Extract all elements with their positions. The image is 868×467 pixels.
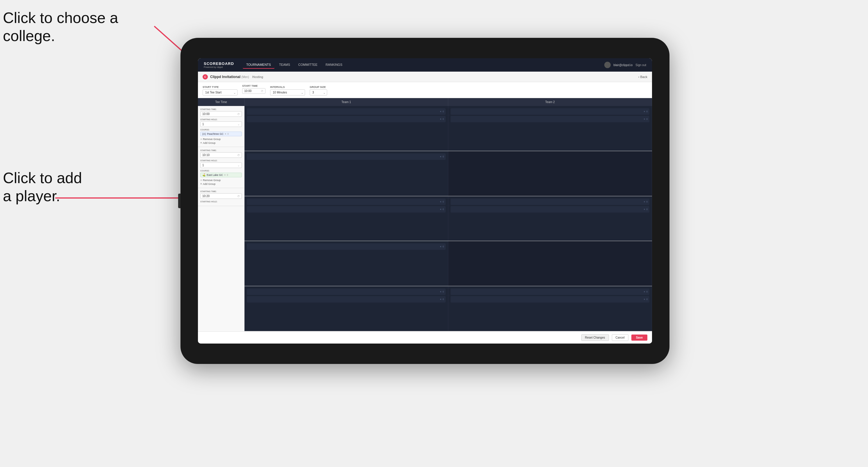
- start-type-select[interactable]: 1st Tee Start: [203, 89, 238, 95]
- edit-player-t1r3p2[interactable]: ◊: [443, 298, 444, 301]
- player-slot-t1r2p2[interactable]: × ◊: [247, 206, 446, 213]
- starting-time-input-2[interactable]: 10:10 ⏱: [200, 152, 242, 158]
- tee-row-group-1: STARTING TIME: 10:00 ⏱ STARTING HOLE: 1 …: [198, 106, 244, 147]
- starting-hole-label-3: STARTING HOLE:: [200, 200, 242, 203]
- edit-player-t2r2p1[interactable]: ◊: [647, 200, 648, 203]
- player-slot-t1r1p1[interactable]: × ◊: [247, 108, 446, 115]
- team1-cell-3: × ◊ × ◊: [245, 286, 448, 331]
- edit-player-t1r1bp1[interactable]: ◊: [443, 155, 444, 158]
- edit-player-t1r2p2[interactable]: ◊: [443, 208, 444, 211]
- remove-player-t1r3p1[interactable]: ×: [440, 290, 441, 293]
- edit-player-t1r1p2[interactable]: ◊: [443, 118, 444, 121]
- player-slot-t2r1p2[interactable]: × ◊: [451, 116, 649, 122]
- player-slot-t1r2p1[interactable]: × ◊: [247, 198, 446, 205]
- annotation-text-1: Click to choose acollege.: [3, 9, 118, 44]
- edit-player-t1r3p1[interactable]: ◊: [443, 290, 444, 293]
- edit-player-t2r3p1[interactable]: ◊: [647, 290, 648, 293]
- teams-row-1: × ◊ × ◊ × ◊: [245, 106, 652, 151]
- course-tag-2[interactable]: ⛳ East Lake GC × ◊: [200, 173, 242, 177]
- reset-changes-button[interactable]: Reset Changes: [581, 334, 609, 341]
- nav-rankings[interactable]: RANKINGS: [322, 61, 346, 69]
- tablet-frame: SCOREBOARD Powered by clippd TOURNAMENTS…: [181, 38, 670, 364]
- course-name-1: Peachtree GC: [207, 132, 223, 135]
- add-group-btn-2[interactable]: + Add Group: [200, 182, 242, 185]
- edit-player-t1r1p1[interactable]: ◊: [443, 110, 444, 113]
- side-button: [178, 194, 181, 208]
- remove-group-btn-2[interactable]: ○ Remove Group: [200, 179, 242, 182]
- tee-row-group-2: STARTING TIME: 10:10 ⏱ STARTING HOLE: 1 …: [198, 147, 244, 188]
- remove-player-t2r1p1[interactable]: ×: [644, 110, 645, 113]
- player-slot-t1r3p1[interactable]: × ◊: [247, 288, 446, 295]
- player-slot-t1r2bp1[interactable]: × ◊: [247, 243, 446, 250]
- edit-player-t2r1p2[interactable]: ◊: [647, 118, 648, 121]
- intervals-select[interactable]: 10 Minutes: [270, 89, 305, 95]
- player-slot-t2r1p1[interactable]: × ◊: [451, 108, 649, 115]
- player-slot-t2r2p2[interactable]: × ◊: [451, 206, 649, 213]
- time-icon-1: ⏱: [237, 113, 240, 116]
- course-tag-1[interactable]: (A) Peachtree GC × ◊: [200, 132, 242, 136]
- tee-row-group-3: STARTING TIME: 10:20 ⏱ STARTING HOLE:: [198, 188, 244, 206]
- starting-hole-input-1[interactable]: 1 ⌄: [200, 121, 242, 127]
- remove-player-t1r3p2[interactable]: ×: [440, 298, 441, 301]
- course-chevron-2[interactable]: ◊: [227, 174, 228, 177]
- back-button[interactable]: ‹ Back: [638, 75, 647, 79]
- remove-player-t2r2p1[interactable]: ×: [644, 200, 645, 203]
- start-type-select-wrapper: 1st Tee Start: [203, 89, 238, 95]
- player-slot-t1r3p2[interactable]: × ◊: [247, 296, 446, 303]
- nav-teams[interactable]: TEAMS: [276, 61, 294, 69]
- starting-time-label-3: STARTING TIME:: [200, 190, 242, 192]
- remove-player-t1r2p1[interactable]: ×: [440, 200, 441, 203]
- intervals-label: Intervals: [270, 86, 305, 89]
- team2-cell-1b: [448, 151, 652, 196]
- remove-course-1[interactable]: ×: [225, 132, 226, 135]
- start-time-value[interactable]: 10:00: [244, 89, 261, 93]
- cancel-button[interactable]: Cancel: [612, 334, 628, 341]
- nav-tournaments[interactable]: TOURNAMENTS: [243, 61, 275, 69]
- player-slot-t2r3p2[interactable]: × ◊: [451, 296, 649, 303]
- edit-player-t2r3p2[interactable]: ◊: [647, 298, 648, 301]
- intervals-select-wrapper: 10 Minutes: [270, 89, 305, 95]
- player-slot-t2r2p1[interactable]: × ◊: [451, 198, 649, 205]
- nav-committee[interactable]: COMMITTEE: [295, 61, 321, 69]
- remove-player-t1r1p1[interactable]: ×: [440, 110, 441, 113]
- logo-title: SCOREBOARD: [204, 61, 234, 66]
- navbar: SCOREBOARD Powered by clippd TOURNAMENTS…: [198, 58, 652, 72]
- player-slot-t2r3p1[interactable]: × ◊: [451, 288, 649, 295]
- remove-player-t2r3p2[interactable]: ×: [644, 298, 645, 301]
- teams-row-1b: × ◊: [245, 151, 652, 196]
- course-label-1: COURSE:: [200, 129, 242, 131]
- subheader: C Clippd Invitational (Men) Hosting ‹ Ba…: [198, 72, 652, 82]
- group-size-select[interactable]: 3: [310, 89, 327, 95]
- sign-out-link[interactable]: Sign out: [636, 63, 646, 67]
- group-size-label: Group Size: [310, 86, 327, 89]
- remove-player-t1r2p2[interactable]: ×: [440, 208, 441, 211]
- course-chevron-1[interactable]: ◊: [227, 132, 228, 135]
- player-slot-t1r1bp1[interactable]: × ◊: [247, 153, 446, 160]
- start-time-group: Start Time 10:00 ⏱: [242, 85, 266, 95]
- remove-player-t2r3p1[interactable]: ×: [644, 290, 645, 293]
- remove-course-2[interactable]: ×: [224, 174, 225, 177]
- remove-player-t1r1bp1[interactable]: ×: [440, 155, 441, 158]
- clippd-logo-icon: C: [203, 74, 208, 80]
- starting-time-input-3[interactable]: 10:20 ⏱: [200, 193, 242, 199]
- starting-time-input-1[interactable]: 10:00 ⏱: [200, 111, 242, 117]
- tablet-screen: SCOREBOARD Powered by clippd TOURNAMENTS…: [198, 58, 652, 344]
- remove-group-btn-1[interactable]: ○ Remove Group: [200, 137, 242, 141]
- edit-player-t2r1p1[interactable]: ◊: [647, 110, 648, 113]
- save-button[interactable]: Save: [631, 335, 647, 341]
- th-team1: Team 1: [245, 98, 448, 106]
- team1-cell-1b: × ◊: [245, 151, 448, 196]
- player-slot-t1r1p2[interactable]: × ◊: [247, 116, 446, 122]
- remove-player-t1r1p2[interactable]: ×: [440, 118, 441, 121]
- edit-player-t1r2p1[interactable]: ◊: [443, 200, 444, 203]
- edit-player-t2r2p2[interactable]: ◊: [647, 208, 648, 211]
- remove-player-t2r1p2[interactable]: ×: [644, 118, 645, 121]
- starting-hole-input-2[interactable]: 1 ⌄: [200, 162, 242, 168]
- edit-player-t1r2bp1[interactable]: ◊: [443, 245, 444, 248]
- add-group-btn-1[interactable]: + Add Group: [200, 141, 242, 145]
- remove-player-t2r2p2[interactable]: ×: [644, 208, 645, 211]
- start-time-label: Start Time: [242, 85, 266, 87]
- time-icon-3: ⏱: [237, 195, 240, 198]
- gender-label: (Men): [241, 75, 249, 79]
- remove-player-t1r2bp1[interactable]: ×: [440, 245, 441, 248]
